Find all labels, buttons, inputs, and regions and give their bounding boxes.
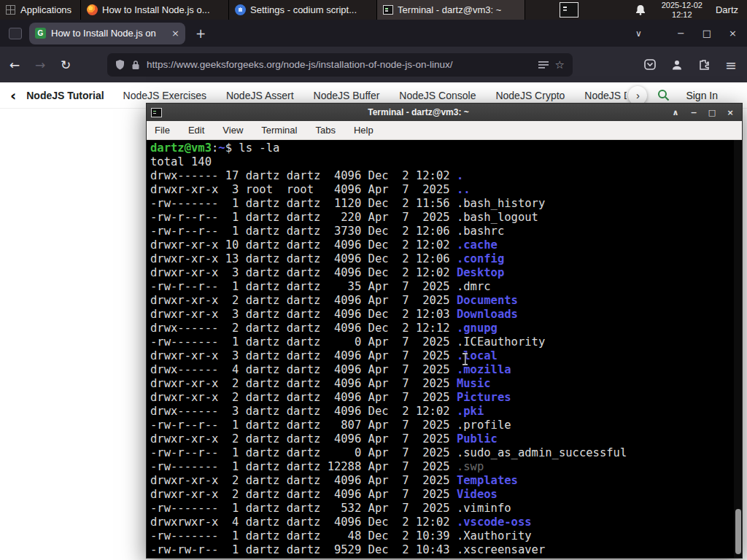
panel-task-button[interactable]: Terminal - dartz@vm3: ~ [377, 0, 525, 20]
prompt-userhost: dartz@vm3 [150, 141, 212, 155]
ls-row: -rw-r--r-- 1 dartz dartz 807 Apr 7 2025 … [150, 419, 732, 432]
tab-close-icon[interactable]: × [171, 28, 179, 39]
terminal-menu-help[interactable]: Help [354, 125, 374, 136]
ls-meta: -rw-r--r-- 1 dartz dartz 0 Apr 7 2025 [150, 446, 457, 459]
window-close-icon[interactable]: × [729, 28, 737, 39]
sign-in-button[interactable]: Sign In [686, 90, 718, 101]
terminal-menu-file[interactable]: File [155, 125, 170, 136]
ls-row: drwx------ 2 dartz dartz 4096 Dec 2 12:1… [150, 322, 732, 335]
terminal-menu-edit[interactable]: Edit [188, 125, 204, 136]
site-nav-primary[interactable]: NodeJS Tutorial [26, 90, 104, 101]
ls-row: drwxrwxr-x 4 dartz dartz 4096 Dec 2 12:0… [150, 516, 732, 529]
ls-row: drwxr-xr-x 3 dartz dartz 4096 Dec 2 12:0… [150, 266, 732, 280]
window-maximize-icon[interactable]: □ [703, 28, 711, 39]
terminal-prompt-line: dartz@vm3:~$ ls -la [150, 141, 732, 155]
browser-tab[interactable]: G How to Install Node.js on × [29, 23, 185, 44]
clock-time: 12:12 [672, 10, 692, 19]
terminal-menu-view[interactable]: View [222, 125, 243, 136]
ls-meta: drwxr-xr-x 3 dartz dartz 4096 Dec 2 12:0… [150, 266, 457, 279]
ls-row: -rw------- 1 dartz dartz 12288 Apr 7 202… [150, 460, 732, 474]
new-tab-icon[interactable]: + [196, 26, 206, 41]
applications-label: Applications [20, 4, 71, 15]
terminal-output[interactable]: dartz@vm3:~$ ls -la total 140 drwx------… [147, 140, 742, 558]
account-icon[interactable] [671, 59, 683, 71]
extensions-icon[interactable] [698, 59, 710, 71]
reader-mode-icon[interactable] [538, 61, 549, 69]
ls-meta: drwxr-xr-x 2 dartz dartz 4096 Apr 7 2025 [150, 294, 457, 307]
ls-meta: drwxr-xr-x 10 dartz dartz 4096 Dec 2 12:… [150, 238, 457, 252]
minimize-icon[interactable]: − [689, 108, 699, 117]
shield-icon[interactable] [115, 59, 125, 70]
list-tabs-icon[interactable]: ∨ [635, 28, 642, 39]
site-nav-link[interactable]: NodeJS Assert [226, 90, 294, 101]
ls-row: drwxr-xr-x 3 dartz dartz 4096 Apr 7 2025… [150, 349, 732, 363]
panel-clock[interactable]: 2025-12-02 12:12 [662, 1, 703, 19]
pocket-icon[interactable] [644, 59, 656, 70]
tray-terminal-icon[interactable] [560, 2, 578, 18]
chevron-left-icon[interactable]: ‹ [10, 87, 16, 104]
ls-name: .Xauthority [457, 529, 532, 542]
forward-icon[interactable]: → [29, 55, 51, 75]
terminal-scrollbar[interactable] [734, 140, 742, 558]
lock-icon[interactable] [131, 60, 140, 70]
ls-row: -rw-r--r-- 1 dartz dartz 3730 Dec 2 12:0… [150, 225, 732, 238]
ls-name: Desktop [457, 266, 504, 279]
ls-row: -rw-rw-r-- 1 dartz dartz 9529 Dec 2 10:4… [150, 543, 732, 557]
maximize-icon[interactable]: □ [707, 108, 717, 117]
url-text: https://www.geeksforgeeks.org/node-js/in… [147, 59, 532, 70]
ls-meta: -rw------- 1 dartz dartz 532 Apr 7 2025 [150, 502, 457, 515]
site-nav-link[interactable]: NodeJS Console [399, 90, 476, 101]
window-minimize-icon[interactable]: − [677, 28, 685, 39]
bookmark-star-icon[interactable]: ☆ [555, 58, 565, 71]
ls-row: -rw-r--r-- 1 dartz dartz 220 Apr 7 2025 … [150, 211, 732, 225]
ls-name: .vscode-oss [457, 516, 532, 529]
applications-menu-button[interactable]: Applications [0, 0, 80, 20]
ls-meta: -rw-r--r-- 1 dartz dartz 3730 Dec 2 12:0… [150, 225, 457, 238]
terminal-titlebar[interactable]: Terminal - dartz@vm3: ~ ∧ − □ × [147, 104, 742, 121]
tab-strip: G How to Install Node.js on × + ∨ − □ × [0, 20, 747, 47]
ls-name: Pictures [457, 391, 511, 404]
ls-name: Templates [457, 474, 518, 487]
search-icon[interactable] [657, 89, 670, 101]
shade-icon[interactable]: ∧ [670, 108, 681, 117]
terminal-menu-terminal[interactable]: Terminal [261, 125, 297, 136]
firefox-view-icon[interactable] [9, 28, 22, 39]
ls-meta: drwxrwxr-x 4 dartz dartz 4096 Dec 2 12:0… [150, 516, 457, 529]
ls-meta: drwx------ 4 dartz dartz 4096 Apr 7 2025 [150, 363, 457, 376]
chevron-right-icon[interactable]: › [628, 86, 647, 105]
ls-meta: -rw------- 1 dartz dartz 48 Dec 2 10:39 [150, 529, 457, 542]
terminal-scrollbar-thumb[interactable] [735, 509, 741, 554]
ls-name: .bash_history [457, 197, 545, 210]
ls-name: .cache [457, 238, 498, 252]
ls-name: Documents [457, 294, 518, 307]
ls-row: -rw------- 1 dartz dartz 48 Dec 2 10:39 … [150, 529, 732, 543]
url-bar[interactable]: https://www.geeksforgeeks.org/node-js/in… [107, 53, 573, 77]
ls-meta: drwxr-xr-x 2 dartz dartz 4096 Apr 7 2025 [150, 391, 457, 404]
site-nav-link[interactable]: NodeJS DNS [584, 90, 627, 101]
panel-task-button[interactable]: How to Install Node.js o... [81, 0, 229, 20]
ls-meta: drwxr-xr-x 3 root root 4096 Apr 7 2025 [150, 183, 457, 196]
panel-task-button[interactable]: Settings - codium script... [229, 0, 377, 20]
ls-meta: -rw-r--r-- 1 dartz dartz 35 Apr 7 2025 [150, 280, 457, 293]
ls-name: .bashrc [457, 225, 504, 238]
ls-row: drwxr-xr-x 3 root root 4096 Apr 7 2025 .… [150, 183, 732, 197]
close-icon[interactable]: × [725, 108, 735, 117]
ls-row: drwxr-xr-x 2 dartz dartz 4096 Apr 7 2025… [150, 474, 732, 488]
settings-icon [235, 4, 246, 15]
bell-icon[interactable] [635, 4, 646, 15]
site-nav-link[interactable]: NodeJS Buffer [314, 90, 380, 101]
site-nav-link[interactable]: NodeJS Crypto [495, 90, 565, 101]
reload-icon[interactable]: ↻ [55, 55, 77, 75]
ls-row: -rw-r--r-- 1 dartz dartz 0 Apr 7 2025 .s… [150, 446, 732, 460]
ls-name: Videos [457, 488, 498, 501]
ls-row: drwxr-xr-x 2 dartz dartz 4096 Apr 7 2025… [150, 377, 732, 391]
prompt-symbol: $ [225, 141, 239, 155]
site-nav-link[interactable]: NodeJS Exercises [123, 90, 206, 101]
ls-name: .bash_logout [457, 211, 538, 224]
ls-meta: drwxr-xr-x 3 dartz dartz 4096 Dec 2 12:0… [150, 308, 457, 321]
menu-icon[interactable]: ≡ [725, 57, 737, 73]
clock-date: 2025-12-02 [662, 1, 703, 9]
terminal-menu-tabs[interactable]: Tabs [315, 125, 335, 136]
back-icon[interactable]: ← [4, 55, 26, 75]
ls-name: .pki [457, 405, 484, 418]
